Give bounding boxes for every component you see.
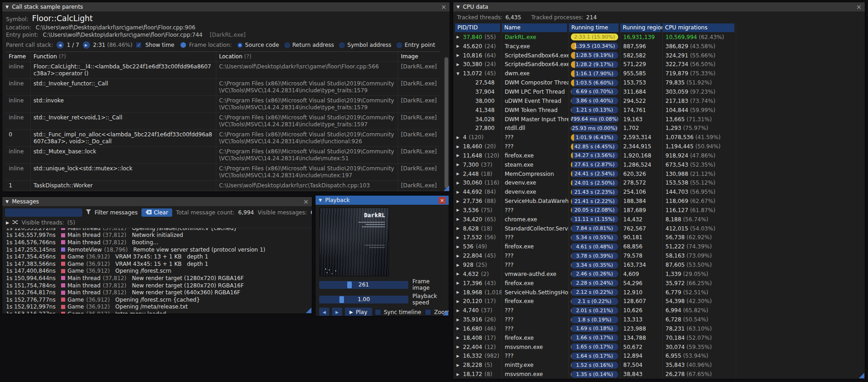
prev-frame-button[interactable]: ◀ (319, 308, 329, 316)
column-header-running-regions[interactable]: Running regions (620, 23, 661, 32)
cpu-row[interactable]: ▶2,448(18)MemCompression24.41 s (2.54%)6… (455, 169, 865, 179)
message-row[interactable]: 1s 150,994,644nsMain thread(37,812)New r… (6, 275, 312, 282)
cpu-row[interactable]: 41,348DWM Token Thread1.21 s (0.13%)174,… (455, 106, 865, 115)
expand-icon[interactable]: ▶ (457, 245, 462, 249)
frame-slider-grab[interactable] (347, 281, 352, 288)
expand-icon[interactable]: ▶ (457, 326, 462, 331)
speed-slider-grab[interactable] (339, 296, 344, 303)
radio-entry-point[interactable] (396, 42, 402, 48)
column-header-name[interactable]: Name (502, 23, 567, 32)
callstack-frame-row[interactable]: inlinestd::_Invoker_ret<void,1>::_CallC:… (6, 113, 440, 130)
close-icon[interactable]: × (441, 4, 446, 10)
expand-icon[interactable]: ▶ (457, 272, 462, 276)
collapse-icon[interactable]: ▼ (319, 198, 322, 202)
callstack-titlebar[interactable]: ▼ Call stack sample parents × (2, 2, 450, 11)
speed-slider[interactable]: 1.00 (319, 296, 408, 303)
collapse-icon[interactable]: ▼ (6, 5, 9, 9)
resize-grip[interactable] (306, 308, 311, 313)
collapse-icon[interactable]: ▼ (457, 5, 460, 9)
expand-icon[interactable]: ▶ (457, 226, 462, 230)
cpu-row[interactable]: ▶27,736(88)ServiceHub.DataWarehouseH21.4… (455, 197, 865, 206)
message-row[interactable]: 1s 145,557,997nsMain thread(37,812)Netwo… (6, 232, 312, 239)
cpu-row[interactable]: ▶10,816(64)ScriptedSandbox64.exe1:28.5 (… (455, 51, 865, 60)
expand-icon[interactable]: ▶ (457, 163, 462, 167)
cpu-row[interactable]: ▶928(25)???3.34 s (0.35%)163,73487,605 (… (455, 260, 865, 270)
callstack-scrollbar[interactable] (444, 56, 449, 192)
expand-icon[interactable]: ▶ (457, 345, 462, 349)
cpu-row[interactable]: ▶45,620(24)Tracy.exe1:39.5 (10.34%)887,5… (455, 42, 865, 51)
cpu-row[interactable]: ▶30,380(24)ScriptedSandbox64.exe1:28.2 (… (455, 60, 865, 69)
expand-icon[interactable]: ▶ (457, 318, 462, 322)
sync-timeline-checkbox[interactable] (375, 309, 381, 315)
resize-grip[interactable] (859, 373, 864, 378)
column-header-function[interactable]: Function (?) (31, 52, 216, 62)
expand-icon[interactable]: ▶ (457, 354, 462, 358)
expand-icon[interactable]: ▶ (457, 53, 462, 57)
column-header-running-time[interactable]: Running time (569, 23, 619, 32)
expand-icon[interactable]: ▶ (457, 145, 462, 149)
show-time-checkbox[interactable]: ✓ (135, 42, 142, 48)
cpu-row[interactable]: ▼13,072(45)dwm.exe1:16.1 (7.90%)955,5857… (455, 69, 865, 78)
message-row[interactable]: 1s 151,754,784nsMain thread(37,812)New r… (6, 282, 312, 289)
cpu-row[interactable]: ▶11,648(120)firefox.exe34.27 s (3.56%)1,… (455, 151, 865, 160)
cpu-row[interactable]: ▶18,172(8)msvsmon.exe1.35 s (0.14%)38,84… (455, 370, 865, 379)
radio-return-address[interactable] (284, 42, 290, 48)
collapse-icon[interactable]: ▼ (6, 199, 9, 204)
expand-icon[interactable]: ▶ (6, 220, 9, 225)
cpu-row[interactable]: 34,028DWM Master Input Thread799.64 ms (… (455, 115, 865, 124)
cpu-row[interactable]: ▶18,968(1,018)ServiceHub.SettingsHost.ex… (455, 288, 865, 297)
expand-icon[interactable]: ▶ (457, 372, 462, 376)
next-parent-button[interactable]: ▶ (83, 41, 90, 49)
message-row[interactable]: 1s 152,912,997nsGame(36,912)Opening /met… (6, 303, 312, 311)
cpu-row[interactable]: 38,000uDWM Event Thread3.86 s (0.40%)294… (455, 96, 865, 106)
expand-icon[interactable]: ▼ (457, 72, 462, 76)
cpu-row[interactable]: ▶22,404(12)msvsmon.exe1.65 s (0.17%)50,6… (455, 343, 865, 352)
zoom-checkbox[interactable] (425, 309, 431, 315)
expand-icon[interactable]: ▶ (457, 190, 462, 194)
expand-icon[interactable]: ▶ (457, 309, 462, 313)
playback-titlebar[interactable]: ▼ Playback × (316, 196, 449, 205)
callstack-frame-row[interactable]: inlinestd::invokeC:\Program Files (x86)\… (6, 96, 440, 113)
cpu-row[interactable]: ▶34,420(65)chrome.exe11.11 s (1.15%)14,4… (455, 215, 865, 224)
cpu-row[interactable]: 27,548DWM Compositor Thread1:03.5 (6.60%… (455, 78, 865, 87)
message-row[interactable]: 1s 120,335,272nsMain thread(37,812)Openi… (6, 228, 312, 232)
play-button[interactable]: ▶ Play (345, 308, 372, 316)
callstack-frame-row[interactable]: 1TaskDispatch::WorkerC:\Users\wolf\Deskt… (6, 181, 440, 191)
expand-icon[interactable]: ▶ (457, 254, 462, 258)
visible-threads-row[interactable]: ▶ Visible threads: (5) (2, 219, 312, 228)
expand-icon[interactable]: ▶ (457, 208, 462, 212)
cpu-row[interactable]: ▶37,840(55)DarkRL.exe2:33.1 (15.90%)16,9… (455, 33, 865, 42)
cpu-row[interactable]: ▶20,120(17)firefox.exe2.1 s (0.22%)128,6… (455, 297, 865, 306)
close-icon[interactable]: × (856, 4, 862, 10)
cpu-row[interactable]: ▶18,408(17)firefox.exe1.66 s (0.17%)134,… (455, 333, 865, 343)
expand-icon[interactable]: ▶ (457, 299, 462, 303)
cpu-row[interactable]: ▶7,300(37)steam.exe27.61 s (2.87%)1,286,… (455, 160, 865, 169)
expand-icon[interactable]: ▶ (457, 236, 462, 240)
callstack-frame-row[interactable]: inlinestd::_Mutex_base::lockC:\Program F… (6, 147, 440, 164)
cpu-row[interactable]: ▶4,632(2)vmware-authd.exe2.46 s (0.26%)4… (455, 270, 865, 279)
radio-symbol-address[interactable] (339, 42, 345, 48)
callstack-frame-row[interactable]: 0std::_Func_impl_no_alloc<<lambda_5bc224… (6, 130, 440, 147)
resize-grip[interactable] (444, 185, 449, 191)
column-header-cpu-migrations[interactable]: CPU migrations (663, 23, 734, 32)
expand-icon[interactable]: ▶ (457, 135, 462, 140)
message-row[interactable]: 1s 146,576,766nsMain thread(37,812)Booti… (6, 239, 312, 246)
close-icon[interactable]: × (439, 197, 445, 204)
expand-icon[interactable]: ▶ (457, 35, 462, 39)
cpu-titlebar[interactable]: ▼ CPU data × (453, 2, 865, 11)
cpu-row[interactable]: ▶28,228(5)mintty.exe1.52 s (0.16%)87,504… (455, 360, 865, 370)
next-frame-button[interactable]: ▶ (332, 308, 342, 316)
expand-icon[interactable]: ▶ (457, 281, 462, 285)
cpu-row[interactable]: ▶35,916(26)???1.8 s (0.19%)13,3136,728 (… (455, 315, 865, 324)
cpu-row[interactable]: ▶16,680(46)???1.69 s (0.18%)123,98878,23… (455, 324, 865, 333)
column-header-pid-tid[interactable]: PID/TID (455, 23, 500, 32)
cpu-row[interactable]: ▶536(49)firefox.exe4.61 s (0.48%)68,8565… (455, 242, 865, 251)
messages-titlebar[interactable]: ▼ Messages × (2, 197, 312, 206)
playback-frame-image[interactable]: DarkRL (319, 208, 389, 276)
message-row[interactable]: 1s 147,255,145nsRemoteView(18,796)Remote… (6, 246, 312, 253)
cpu-row[interactable]: ▶16,332(982)???1.64 s (0.17%)12,8946,955… (455, 352, 865, 361)
cpu-row[interactable]: 37,904DWM LPC Port Thread6.69 s (0.70%)3… (455, 87, 865, 96)
cpu-row[interactable]: ▶4,740(37)???2.01 s (0.21%)10,6266,994 (… (455, 306, 865, 315)
callstack-frame-row[interactable]: 2std::thread::_Invoke<std::tuple<<lambda… (6, 191, 440, 192)
message-row[interactable]: 1s 147,400,846nsGame(36,912)Opening /for… (6, 268, 312, 275)
